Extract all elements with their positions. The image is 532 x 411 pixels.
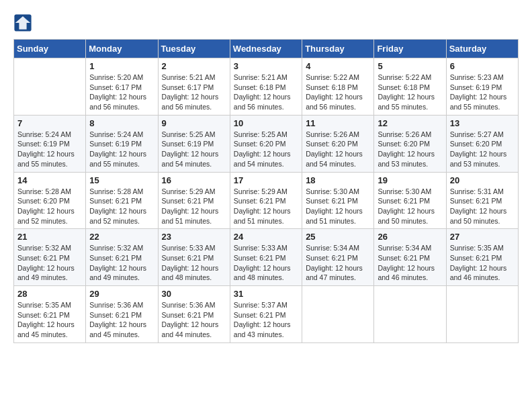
calendar-cell: 16Sunrise: 5:29 AMSunset: 6:21 PMDayligh… [158,172,230,229]
calendar-cell: 12Sunrise: 5:26 AMSunset: 6:20 PMDayligh… [374,115,446,172]
day-info: Sunrise: 5:29 AMSunset: 6:21 PMDaylight:… [234,187,298,226]
day-info: Sunrise: 5:36 AMSunset: 6:21 PMDaylight:… [162,300,226,340]
calendar-cell: 14Sunrise: 5:28 AMSunset: 6:20 PMDayligh… [14,172,86,229]
day-number: 16 [162,175,226,185]
day-number: 24 [234,232,298,242]
calendar-week-row: 28Sunrise: 5:35 AMSunset: 6:21 PMDayligh… [14,286,519,343]
day-number: 2 [162,61,226,71]
calendar-cell: 29Sunrise: 5:36 AMSunset: 6:21 PMDayligh… [86,286,158,343]
day-info: Sunrise: 5:31 AMSunset: 6:21 PMDaylight:… [450,187,515,226]
weekday-header-tuesday: Tuesday [158,40,230,58]
calendar-week-row: 7Sunrise: 5:24 AMSunset: 6:19 PMDaylight… [14,115,519,172]
day-number: 1 [89,61,154,71]
day-number: 29 [89,289,154,299]
calendar-cell: 22Sunrise: 5:32 AMSunset: 6:21 PMDayligh… [86,229,158,286]
day-info: Sunrise: 5:33 AMSunset: 6:21 PMDaylight:… [234,243,298,283]
calendar-cell: 17Sunrise: 5:29 AMSunset: 6:21 PMDayligh… [230,172,302,229]
day-number: 12 [378,118,442,128]
calendar-cell: 30Sunrise: 5:36 AMSunset: 6:21 PMDayligh… [158,286,230,343]
day-info: Sunrise: 5:22 AMSunset: 6:18 PMDaylight:… [306,73,370,112]
calendar-cell: 3Sunrise: 5:21 AMSunset: 6:18 PMDaylight… [230,58,302,116]
day-info: Sunrise: 5:37 AMSunset: 6:21 PMDaylight:… [234,300,298,340]
logo [13,13,34,32]
calendar-cell: 5Sunrise: 5:22 AMSunset: 6:18 PMDaylight… [374,58,446,116]
weekday-header-saturday: Saturday [446,40,518,58]
day-number: 23 [162,232,226,242]
calendar-cell: 27Sunrise: 5:35 AMSunset: 6:21 PMDayligh… [446,229,518,286]
calendar-cell: 20Sunrise: 5:31 AMSunset: 6:21 PMDayligh… [446,172,518,229]
day-number: 20 [450,175,515,185]
calendar-cell: 23Sunrise: 5:33 AMSunset: 6:21 PMDayligh… [158,229,230,286]
day-info: Sunrise: 5:30 AMSunset: 6:21 PMDaylight:… [378,187,442,226]
day-info: Sunrise: 5:34 AMSunset: 6:21 PMDaylight:… [306,243,370,283]
day-number: 14 [17,175,82,185]
calendar-cell: 31Sunrise: 5:37 AMSunset: 6:21 PMDayligh… [230,286,302,343]
day-number: 22 [89,232,154,242]
day-info: Sunrise: 5:28 AMSunset: 6:20 PMDaylight:… [17,187,82,226]
calendar-week-row: 21Sunrise: 5:32 AMSunset: 6:21 PMDayligh… [14,229,519,286]
day-info: Sunrise: 5:30 AMSunset: 6:21 PMDaylight:… [306,187,370,226]
day-number: 27 [450,232,515,242]
day-info: Sunrise: 5:32 AMSunset: 6:21 PMDaylight:… [89,243,154,283]
day-number: 5 [378,61,442,71]
day-number: 3 [234,61,298,71]
calendar-cell: 6Sunrise: 5:23 AMSunset: 6:19 PMDaylight… [446,58,518,116]
day-info: Sunrise: 5:35 AMSunset: 6:21 PMDaylight:… [17,300,82,340]
day-info: Sunrise: 5:35 AMSunset: 6:21 PMDaylight:… [450,243,515,283]
calendar-cell: 7Sunrise: 5:24 AMSunset: 6:19 PMDaylight… [14,115,86,172]
calendar-cell: 4Sunrise: 5:22 AMSunset: 6:18 PMDaylight… [302,58,374,116]
day-number: 4 [306,61,370,71]
day-info: Sunrise: 5:24 AMSunset: 6:19 PMDaylight:… [17,130,82,169]
calendar-cell: 11Sunrise: 5:26 AMSunset: 6:20 PMDayligh… [302,115,374,172]
day-number: 8 [89,118,154,128]
calendar-cell: 15Sunrise: 5:28 AMSunset: 6:21 PMDayligh… [86,172,158,229]
day-number: 13 [450,118,515,128]
calendar-header-row: SundayMondayTuesdayWednesdayThursdayFrid… [14,40,519,58]
day-info: Sunrise: 5:25 AMSunset: 6:19 PMDaylight:… [162,130,226,169]
calendar-cell: 25Sunrise: 5:34 AMSunset: 6:21 PMDayligh… [302,229,374,286]
calendar-cell: 18Sunrise: 5:30 AMSunset: 6:21 PMDayligh… [302,172,374,229]
calendar-cell: 8Sunrise: 5:24 AMSunset: 6:19 PMDaylight… [86,115,158,172]
calendar-cell: 24Sunrise: 5:33 AMSunset: 6:21 PMDayligh… [230,229,302,286]
day-info: Sunrise: 5:23 AMSunset: 6:19 PMDaylight:… [450,73,515,112]
calendar-cell [374,286,446,343]
day-info: Sunrise: 5:21 AMSunset: 6:17 PMDaylight:… [162,73,226,112]
day-info: Sunrise: 5:22 AMSunset: 6:18 PMDaylight:… [378,73,442,112]
day-number: 26 [378,232,442,242]
calendar-week-row: 1Sunrise: 5:20 AMSunset: 6:17 PMDaylight… [14,58,519,116]
weekday-header-thursday: Thursday [302,40,374,58]
weekday-header-friday: Friday [374,40,446,58]
day-info: Sunrise: 5:24 AMSunset: 6:19 PMDaylight:… [89,130,154,169]
calendar-cell: 21Sunrise: 5:32 AMSunset: 6:21 PMDayligh… [14,229,86,286]
calendar-cell: 13Sunrise: 5:27 AMSunset: 6:20 PMDayligh… [446,115,518,172]
page-header [13,13,519,32]
day-info: Sunrise: 5:36 AMSunset: 6:21 PMDaylight:… [89,300,154,340]
day-info: Sunrise: 5:28 AMSunset: 6:21 PMDaylight:… [89,187,154,226]
calendar-cell: 1Sunrise: 5:20 AMSunset: 6:17 PMDaylight… [86,58,158,116]
day-info: Sunrise: 5:29 AMSunset: 6:21 PMDaylight:… [162,187,226,226]
calendar-cell: 10Sunrise: 5:25 AMSunset: 6:20 PMDayligh… [230,115,302,172]
calendar-table: SundayMondayTuesdayWednesdayThursdayFrid… [13,39,519,343]
calendar-cell [302,286,374,343]
day-number: 25 [306,232,370,242]
calendar-cell: 26Sunrise: 5:34 AMSunset: 6:21 PMDayligh… [374,229,446,286]
day-info: Sunrise: 5:21 AMSunset: 6:18 PMDaylight:… [234,73,298,112]
logo-icon [13,13,32,32]
day-number: 19 [378,175,442,185]
calendar-cell: 2Sunrise: 5:21 AMSunset: 6:17 PMDaylight… [158,58,230,116]
weekday-header-monday: Monday [86,40,158,58]
day-info: Sunrise: 5:32 AMSunset: 6:21 PMDaylight:… [17,243,82,283]
day-number: 6 [450,61,515,71]
calendar-cell [446,286,518,343]
day-number: 10 [234,118,298,128]
day-number: 15 [89,175,154,185]
day-number: 31 [234,289,298,299]
day-info: Sunrise: 5:26 AMSunset: 6:20 PMDaylight:… [306,130,370,169]
day-info: Sunrise: 5:33 AMSunset: 6:21 PMDaylight:… [162,243,226,283]
calendar-cell: 28Sunrise: 5:35 AMSunset: 6:21 PMDayligh… [14,286,86,343]
calendar-cell: 19Sunrise: 5:30 AMSunset: 6:21 PMDayligh… [374,172,446,229]
day-info: Sunrise: 5:26 AMSunset: 6:20 PMDaylight:… [378,130,442,169]
day-info: Sunrise: 5:27 AMSunset: 6:20 PMDaylight:… [450,130,515,169]
day-number: 7 [17,118,82,128]
day-number: 18 [306,175,370,185]
